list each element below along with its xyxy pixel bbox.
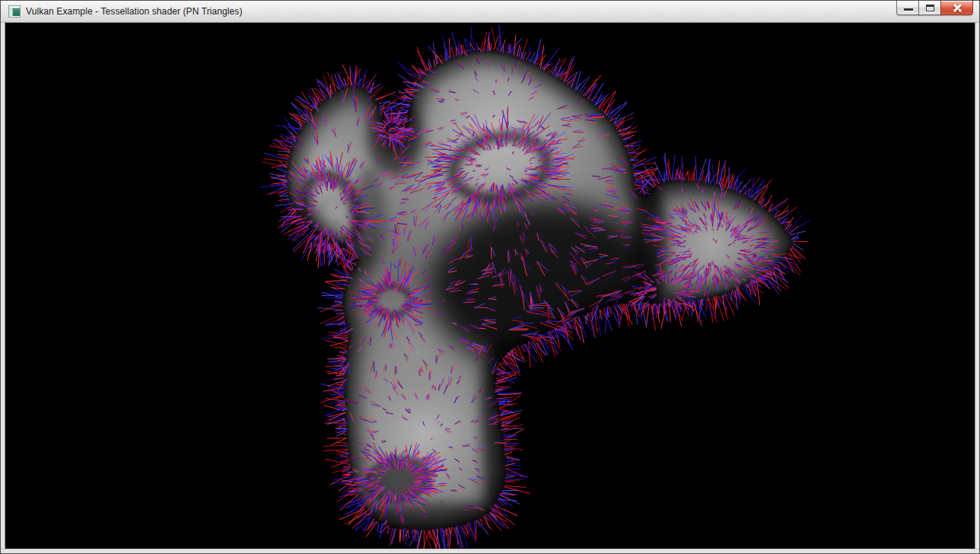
titlebar[interactable]: Vulkan Example - Tessellation shader (PN…: [1, 1, 979, 23]
model-body: [5, 23, 975, 549]
maximize-icon: [926, 5, 934, 11]
app-window: Vulkan Example - Tessellation shader (PN…: [0, 0, 980, 554]
minimize-icon: [904, 8, 913, 11]
maximize-button[interactable]: [918, 1, 941, 15]
frame-bottom-line: [1, 549, 979, 549]
window-controls: [896, 1, 973, 15]
close-button[interactable]: [940, 1, 973, 15]
close-icon: [941, 1, 972, 14]
window-title: Vulkan Example - Tessellation shader (PN…: [26, 6, 243, 17]
minimize-button[interactable]: [896, 1, 919, 15]
application-icon[interactable]: [8, 5, 21, 18]
tessellated-model-render: [5, 23, 975, 549]
render-viewport[interactable]: [5, 23, 975, 549]
application-icon-body: [9, 8, 20, 16]
